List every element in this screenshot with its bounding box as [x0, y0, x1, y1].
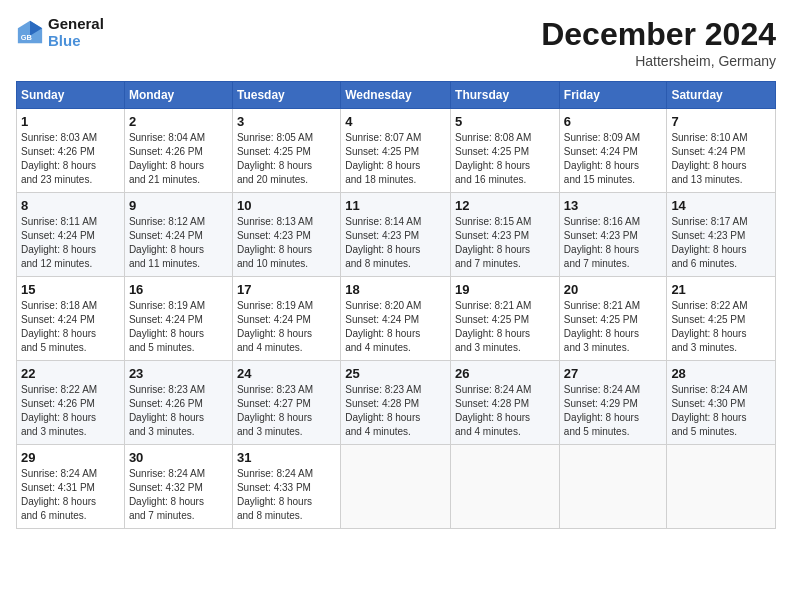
- calendar-cell: 29Sunrise: 8:24 AM Sunset: 4:31 PM Dayli…: [17, 445, 125, 529]
- calendar-cell: 21Sunrise: 8:22 AM Sunset: 4:25 PM Dayli…: [667, 277, 776, 361]
- day-info: Sunrise: 8:24 AM Sunset: 4:32 PM Dayligh…: [129, 467, 228, 523]
- day-info: Sunrise: 8:23 AM Sunset: 4:26 PM Dayligh…: [129, 383, 228, 439]
- day-header-wednesday: Wednesday: [341, 82, 451, 109]
- day-number: 11: [345, 198, 446, 213]
- logo-icon: GB: [16, 19, 44, 47]
- calendar-cell: 31Sunrise: 8:24 AM Sunset: 4:33 PM Dayli…: [232, 445, 340, 529]
- day-number: 5: [455, 114, 555, 129]
- day-number: 3: [237, 114, 336, 129]
- day-number: 29: [21, 450, 120, 465]
- day-info: Sunrise: 8:03 AM Sunset: 4:26 PM Dayligh…: [21, 131, 120, 187]
- calendar-cell: 12Sunrise: 8:15 AM Sunset: 4:23 PM Dayli…: [451, 193, 560, 277]
- calendar-cell: 7Sunrise: 8:10 AM Sunset: 4:24 PM Daylig…: [667, 109, 776, 193]
- day-info: Sunrise: 8:18 AM Sunset: 4:24 PM Dayligh…: [21, 299, 120, 355]
- day-number: 17: [237, 282, 336, 297]
- svg-text:GB: GB: [21, 32, 33, 41]
- calendar-cell: 4Sunrise: 8:07 AM Sunset: 4:25 PM Daylig…: [341, 109, 451, 193]
- day-info: Sunrise: 8:24 AM Sunset: 4:31 PM Dayligh…: [21, 467, 120, 523]
- day-number: 2: [129, 114, 228, 129]
- calendar-cell: 9Sunrise: 8:12 AM Sunset: 4:24 PM Daylig…: [124, 193, 232, 277]
- calendar-table: SundayMondayTuesdayWednesdayThursdayFrid…: [16, 81, 776, 529]
- day-header-monday: Monday: [124, 82, 232, 109]
- location: Hattersheim, Germany: [541, 53, 776, 69]
- calendar-cell: 6Sunrise: 8:09 AM Sunset: 4:24 PM Daylig…: [559, 109, 667, 193]
- day-number: 9: [129, 198, 228, 213]
- day-number: 16: [129, 282, 228, 297]
- day-info: Sunrise: 8:16 AM Sunset: 4:23 PM Dayligh…: [564, 215, 663, 271]
- day-info: Sunrise: 8:23 AM Sunset: 4:27 PM Dayligh…: [237, 383, 336, 439]
- calendar-week-row: 29Sunrise: 8:24 AM Sunset: 4:31 PM Dayli…: [17, 445, 776, 529]
- day-number: 22: [21, 366, 120, 381]
- calendar-cell: 18Sunrise: 8:20 AM Sunset: 4:24 PM Dayli…: [341, 277, 451, 361]
- day-number: 10: [237, 198, 336, 213]
- day-number: 25: [345, 366, 446, 381]
- day-header-sunday: Sunday: [17, 82, 125, 109]
- day-info: Sunrise: 8:19 AM Sunset: 4:24 PM Dayligh…: [129, 299, 228, 355]
- day-number: 14: [671, 198, 771, 213]
- day-number: 28: [671, 366, 771, 381]
- day-number: 27: [564, 366, 663, 381]
- day-info: Sunrise: 8:07 AM Sunset: 4:25 PM Dayligh…: [345, 131, 446, 187]
- logo-text: General Blue: [48, 16, 104, 49]
- day-info: Sunrise: 8:09 AM Sunset: 4:24 PM Dayligh…: [564, 131, 663, 187]
- calendar-cell: 24Sunrise: 8:23 AM Sunset: 4:27 PM Dayli…: [232, 361, 340, 445]
- day-header-saturday: Saturday: [667, 82, 776, 109]
- calendar-cell: 23Sunrise: 8:23 AM Sunset: 4:26 PM Dayli…: [124, 361, 232, 445]
- day-info: Sunrise: 8:11 AM Sunset: 4:24 PM Dayligh…: [21, 215, 120, 271]
- day-info: Sunrise: 8:24 AM Sunset: 4:28 PM Dayligh…: [455, 383, 555, 439]
- day-header-tuesday: Tuesday: [232, 82, 340, 109]
- day-number: 30: [129, 450, 228, 465]
- day-info: Sunrise: 8:24 AM Sunset: 4:30 PM Dayligh…: [671, 383, 771, 439]
- day-info: Sunrise: 8:12 AM Sunset: 4:24 PM Dayligh…: [129, 215, 228, 271]
- calendar-cell: 30Sunrise: 8:24 AM Sunset: 4:32 PM Dayli…: [124, 445, 232, 529]
- calendar-cell: 14Sunrise: 8:17 AM Sunset: 4:23 PM Dayli…: [667, 193, 776, 277]
- calendar-cell: 22Sunrise: 8:22 AM Sunset: 4:26 PM Dayli…: [17, 361, 125, 445]
- day-info: Sunrise: 8:05 AM Sunset: 4:25 PM Dayligh…: [237, 131, 336, 187]
- calendar-cell: 19Sunrise: 8:21 AM Sunset: 4:25 PM Dayli…: [451, 277, 560, 361]
- title-block: December 2024 Hattersheim, Germany: [541, 16, 776, 69]
- day-info: Sunrise: 8:21 AM Sunset: 4:25 PM Dayligh…: [455, 299, 555, 355]
- day-number: 6: [564, 114, 663, 129]
- day-info: Sunrise: 8:22 AM Sunset: 4:26 PM Dayligh…: [21, 383, 120, 439]
- day-info: Sunrise: 8:15 AM Sunset: 4:23 PM Dayligh…: [455, 215, 555, 271]
- calendar-cell: 11Sunrise: 8:14 AM Sunset: 4:23 PM Dayli…: [341, 193, 451, 277]
- day-info: Sunrise: 8:13 AM Sunset: 4:23 PM Dayligh…: [237, 215, 336, 271]
- day-info: Sunrise: 8:08 AM Sunset: 4:25 PM Dayligh…: [455, 131, 555, 187]
- calendar-cell: 16Sunrise: 8:19 AM Sunset: 4:24 PM Dayli…: [124, 277, 232, 361]
- day-header-thursday: Thursday: [451, 82, 560, 109]
- calendar-week-row: 8Sunrise: 8:11 AM Sunset: 4:24 PM Daylig…: [17, 193, 776, 277]
- day-number: 18: [345, 282, 446, 297]
- day-number: 21: [671, 282, 771, 297]
- day-info: Sunrise: 8:17 AM Sunset: 4:23 PM Dayligh…: [671, 215, 771, 271]
- day-info: Sunrise: 8:24 AM Sunset: 4:29 PM Dayligh…: [564, 383, 663, 439]
- calendar-header-row: SundayMondayTuesdayWednesdayThursdayFrid…: [17, 82, 776, 109]
- calendar-cell: 20Sunrise: 8:21 AM Sunset: 4:25 PM Dayli…: [559, 277, 667, 361]
- day-number: 1: [21, 114, 120, 129]
- day-info: Sunrise: 8:19 AM Sunset: 4:24 PM Dayligh…: [237, 299, 336, 355]
- calendar-week-row: 15Sunrise: 8:18 AM Sunset: 4:24 PM Dayli…: [17, 277, 776, 361]
- month-title: December 2024: [541, 16, 776, 53]
- calendar-cell: 28Sunrise: 8:24 AM Sunset: 4:30 PM Dayli…: [667, 361, 776, 445]
- day-info: Sunrise: 8:14 AM Sunset: 4:23 PM Dayligh…: [345, 215, 446, 271]
- day-info: Sunrise: 8:23 AM Sunset: 4:28 PM Dayligh…: [345, 383, 446, 439]
- day-info: Sunrise: 8:10 AM Sunset: 4:24 PM Dayligh…: [671, 131, 771, 187]
- calendar-cell: 5Sunrise: 8:08 AM Sunset: 4:25 PM Daylig…: [451, 109, 560, 193]
- logo: GB General Blue: [16, 16, 104, 49]
- day-number: 26: [455, 366, 555, 381]
- day-number: 23: [129, 366, 228, 381]
- day-number: 7: [671, 114, 771, 129]
- day-number: 31: [237, 450, 336, 465]
- calendar-cell: 13Sunrise: 8:16 AM Sunset: 4:23 PM Dayli…: [559, 193, 667, 277]
- day-number: 19: [455, 282, 555, 297]
- day-number: 15: [21, 282, 120, 297]
- calendar-cell: [667, 445, 776, 529]
- calendar-cell: [341, 445, 451, 529]
- calendar-cell: 17Sunrise: 8:19 AM Sunset: 4:24 PM Dayli…: [232, 277, 340, 361]
- day-number: 8: [21, 198, 120, 213]
- calendar-cell: 15Sunrise: 8:18 AM Sunset: 4:24 PM Dayli…: [17, 277, 125, 361]
- calendar-week-row: 1Sunrise: 8:03 AM Sunset: 4:26 PM Daylig…: [17, 109, 776, 193]
- calendar-cell: 8Sunrise: 8:11 AM Sunset: 4:24 PM Daylig…: [17, 193, 125, 277]
- calendar-week-row: 22Sunrise: 8:22 AM Sunset: 4:26 PM Dayli…: [17, 361, 776, 445]
- calendar-cell: 10Sunrise: 8:13 AM Sunset: 4:23 PM Dayli…: [232, 193, 340, 277]
- page-header: GB General Blue December 2024 Hattershei…: [16, 16, 776, 69]
